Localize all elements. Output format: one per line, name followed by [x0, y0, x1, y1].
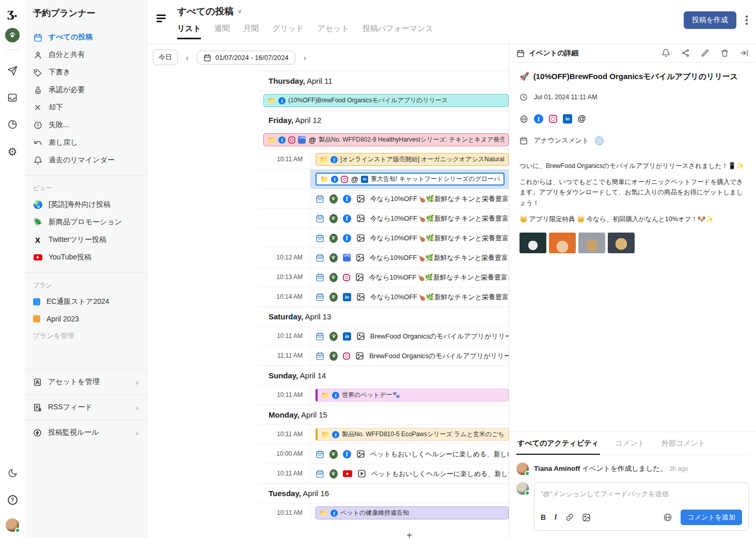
share-icon[interactable]: [681, 49, 690, 57]
threads-icon: [578, 114, 586, 124]
sidebar-item-past-reminders[interactable]: 過去のリマインダー: [25, 151, 147, 169]
tab-grid[interactable]: グリッド: [272, 24, 304, 39]
sidebar-item-failed[interactable]: 失敗...: [25, 116, 147, 134]
post-row[interactable]: 10:11 AM 📁 [オンラインストア販売開始] オーガニックオアシスNatu…: [258, 149, 509, 169]
help-icon[interactable]: ?: [4, 491, 21, 508]
tab-external-comments[interactable]: 外部コメント: [660, 432, 706, 455]
calendar-icon: [316, 293, 324, 301]
dark-mode-moon-icon[interactable]: [4, 465, 21, 481]
notification-bell-icon[interactable]: [662, 49, 670, 57]
publish-icon[interactable]: [4, 63, 21, 79]
globe-icon[interactable]: [663, 513, 672, 522]
plan-color-swatch: [33, 298, 40, 305]
tab-month[interactable]: 月間: [243, 24, 259, 39]
image-icon[interactable]: [582, 513, 591, 522]
post-row[interactable]: 10:11 AM BrewFood Organicsのモバイルアプリがリリースさ: [258, 326, 509, 346]
tab-week[interactable]: 週間: [214, 24, 230, 39]
sidebar-item-needs-approval[interactable]: 承認が必要: [25, 81, 147, 99]
post-row[interactable]: 📁 (10%OFF)BrewFood Organicsモバイルアプリのリリース: [258, 90, 509, 110]
chevron-left-icon[interactable]: ‹: [183, 53, 192, 62]
workspace-avatar[interactable]: [5, 28, 20, 42]
selected-post-banner[interactable]: 📁 重大告知! キャットフードシリーズのグローバル販売開始: [316, 173, 505, 186]
post-row[interactable]: 今なら10%OFF🍗🌿新鮮なチキンと栄養豊富なケー: [258, 189, 509, 208]
post-row[interactable]: 10:13 AM 今なら10%OFF🍗🌿新鮮なチキンと栄養豊富なケー: [258, 267, 509, 287]
calendar-icon: [316, 450, 324, 458]
post-row[interactable]: 📁 製品No. WFFD802-9 HealthyHarvestシリーズ: チキ…: [258, 130, 509, 149]
post-row[interactable]: 今なら10%OFF🍗🌿新鮮なチキンと栄養豊富なケー: [258, 208, 509, 228]
plan-item-april-2023[interactable]: April 2023: [25, 311, 147, 327]
user-avatar[interactable]: [6, 518, 19, 532]
dog-photo-1[interactable]: [519, 233, 546, 253]
view-item-youtube-posts[interactable]: YouTube投稿: [25, 249, 147, 266]
post-banner[interactable]: 📁 製品No. WFFD802-9 HealthyHarvestシリーズ: チキ…: [263, 133, 509, 146]
add-comment-button[interactable]: コメントを追加: [681, 510, 742, 525]
tab-all-activity[interactable]: すべてのアクティビティ: [516, 432, 600, 455]
date-range-button[interactable]: 01/07/2024 - 16/07/2024: [197, 51, 295, 65]
post-banner[interactable]: 📁 製品No. WFFD810-5 EcoPawsシリーズ ラムと玄米のごちそう…: [316, 428, 509, 441]
comment-input[interactable]: [541, 490, 742, 498]
tab-list[interactable]: リスト: [177, 24, 201, 39]
folder-icon: 📁: [320, 175, 328, 183]
view-item-english-overseas[interactable]: 🌏 [英語]海外向け投稿: [25, 196, 147, 213]
delete-trash-icon[interactable]: [720, 49, 729, 57]
workspace-avatar: [329, 194, 338, 204]
post-row[interactable]: 10:11 AM 📁 製品No. WFFD810-5 EcoPawsシリーズ ラ…: [258, 424, 509, 444]
post-row[interactable]: 10:00 AM ペットもおいしくヘルシーに楽しめる、新しいミル: [258, 444, 509, 464]
edit-pencil-icon[interactable]: [701, 49, 710, 57]
analytics-icon[interactable]: [4, 116, 21, 133]
tab-post-performance[interactable]: 投稿パフォーマンス: [363, 24, 433, 39]
bold-icon[interactable]: B: [541, 513, 546, 521]
today-button[interactable]: 今日: [153, 50, 178, 65]
post-row[interactable]: 11:11 AM BrewFood Organicsのモバイルアプリがリリースさ: [258, 346, 509, 365]
sidebar-item-all-posts[interactable]: すべての投稿: [25, 28, 147, 46]
settings-gear-icon[interactable]: ⚙: [4, 143, 21, 160]
category-color-dot[interactable]: [595, 136, 604, 145]
post-row[interactable]: 今なら10%OFF🍗🌿新鮮なチキンと栄養豊富なケー: [258, 228, 509, 248]
inbox-icon[interactable]: [4, 89, 21, 106]
tab-comments[interactable]: コメント: [615, 432, 646, 455]
post-monitoring-rules-row[interactable]: 投稿監視ルール ›: [25, 420, 147, 445]
manage-assets-row[interactable]: アセットを管理 ›: [25, 369, 147, 394]
dog-photo-4[interactable]: [608, 233, 635, 253]
kebab-menu-icon[interactable]: [746, 16, 748, 25]
manage-plans-link[interactable]: プランを管理: [25, 327, 147, 345]
collapse-panel-icon[interactable]: [740, 49, 749, 57]
dog-photo-3[interactable]: [578, 233, 605, 253]
rss-feed-row[interactable]: RSSフィード ›: [25, 394, 147, 420]
italic-icon[interactable]: I: [554, 513, 557, 521]
post-row[interactable]: 10:11 AM ペットもおいしくヘルシーに楽しめる、新しいミル: [258, 464, 509, 483]
link-icon[interactable]: [565, 513, 574, 521]
add-post-button[interactable]: +: [258, 522, 509, 538]
sidebar-item-drafts[interactable]: 下書き: [25, 64, 147, 81]
event-datetime-row: Jul 01, 2024 11:11 AM: [519, 93, 746, 101]
post-row[interactable]: 10:11 AM 📁 ペットの健康維持週告知: [258, 503, 509, 522]
sidebar-item-returned[interactable]: 差し戻し: [25, 134, 147, 151]
plan-item-ec-store-2024[interactable]: EC通販ストア2024: [25, 293, 147, 311]
event-title: 🚀 (10%OFF)BrewFood Organicsモバイルアプリのリリース: [519, 72, 746, 82]
post-banner[interactable]: 📁 ペットの健康維持週告知: [316, 506, 509, 519]
tab-assets[interactable]: アセット: [317, 24, 349, 39]
threads-icon: [351, 175, 358, 183]
sidebar-item-rejected[interactable]: 却下: [25, 99, 147, 116]
post-row[interactable]: 10:12 AM 今なら10%OFF🍗🌿新鮮なチキンと栄養豊富なケー: [258, 248, 509, 267]
dog-photo-2[interactable]: [549, 233, 576, 253]
post-banner[interactable]: 📁 [オンラインストア販売開始] オーガニックオアシスNaturalシリーズ: [316, 153, 509, 166]
sidebar-item-shared-with-me[interactable]: 自分と共有: [25, 46, 147, 64]
calendar-icon: [316, 214, 324, 223]
post-banner[interactable]: 📁 (10%OFF)BrewFood Organicsモバイルアプリのリリース: [263, 94, 509, 107]
page-title[interactable]: すべての投稿 ˅: [177, 5, 433, 18]
post-row[interactable]: 10:11 AM 📁 世界のペットデー🐾: [258, 385, 509, 405]
collapse-sidebar-icon[interactable]: [156, 14, 166, 24]
chevron-right-icon[interactable]: ›: [301, 53, 309, 62]
folder-icon: 📁: [320, 156, 328, 163]
view-item-new-product-promo[interactable]: 🪲 新商品プロモーション: [25, 213, 147, 231]
post-banner[interactable]: 📁 世界のペットデー🐾: [316, 389, 509, 402]
view-item-twitter-thread[interactable]: X Twitterツリー投稿: [25, 231, 147, 249]
post-title: 今なら10%OFF🍗🌿新鮮なチキンと栄養豊富なケー: [369, 273, 509, 282]
chevron-right-icon: ›: [136, 428, 138, 437]
post-row[interactable]: 10:14 AM 今なら10%OFF🍗🌿新鮮なチキンと栄養豊富なケー: [258, 287, 509, 306]
post-row-selected[interactable]: 📁 重大告知! キャットフードシリーズのグローバル販売開始: [258, 169, 509, 189]
row-time: [258, 209, 310, 228]
post-title: 今なら10%OFF🍗🌿新鮮なチキンと栄養豊富なケー: [370, 234, 509, 243]
create-post-button[interactable]: 投稿を作成: [684, 11, 736, 29]
